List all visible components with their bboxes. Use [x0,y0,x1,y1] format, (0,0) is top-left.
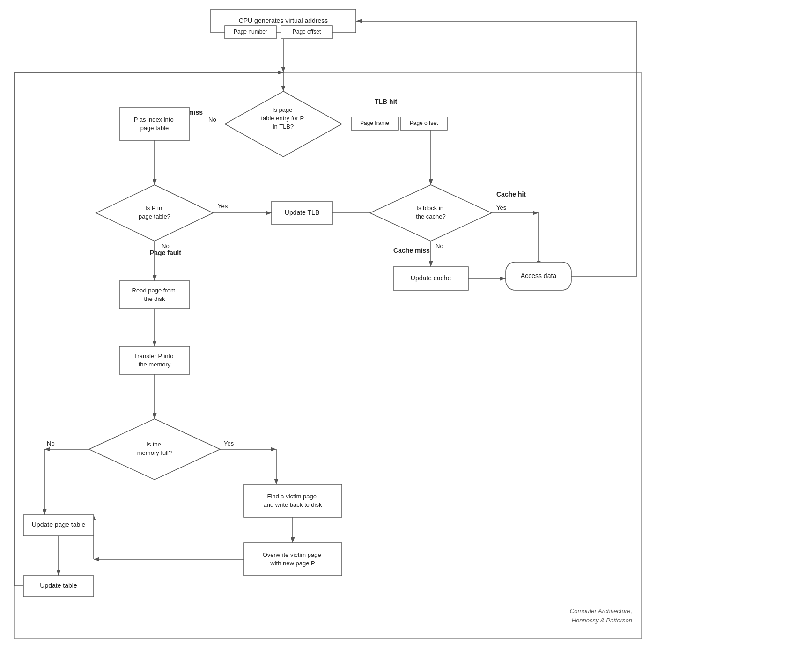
page-frame-label: Page frame [360,120,389,126]
cache-hit-label: Cache hit [496,190,526,198]
svg-rect-35 [244,484,342,517]
cache-yes-label: Yes [496,204,507,211]
update-table-label: Update table [40,582,77,589]
cache-no-label: No [436,242,443,249]
svg-rect-37 [244,543,342,576]
access-data-label: Access data [521,272,556,279]
is-p-yes-label: Yes [218,203,228,210]
page-number-label: Page number [234,29,267,35]
svg-rect-12 [119,108,190,140]
page-offset-top-label: Page offset [293,29,321,35]
tlb-hit-label: TLB hit [375,98,398,105]
is-p-no-label: No [162,242,170,249]
attribution-line2: Hennessy & Patterson [572,617,632,624]
cache-miss-label: Cache miss [393,247,430,254]
update-cache-label: Update cache [411,274,451,282]
svg-rect-26 [119,281,190,309]
update-tlb-label: Update TLB [285,209,319,216]
attribution-line1: Computer Architecture, [570,607,632,614]
page-offset-tlb-label: Page offset [410,120,438,126]
memory-yes-label: Yes [224,440,234,447]
update-page-table-label: Update page table [32,521,86,528]
svg-rect-28 [119,346,190,374]
memory-no-label: No [47,440,55,447]
tlb-no-label: No [208,116,216,123]
cpu-label: CPU generates virtual address [239,17,328,24]
